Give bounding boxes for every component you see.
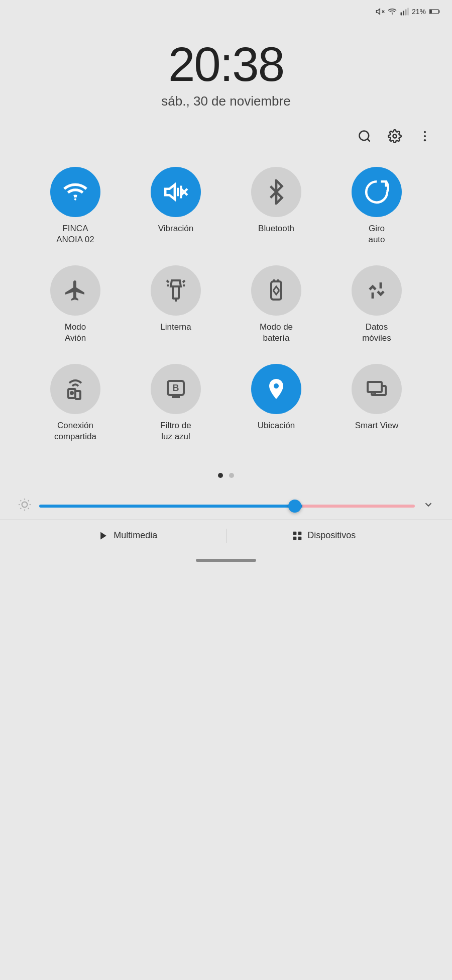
page-dot-1[interactable] — [218, 473, 223, 478]
clock-date: sáb., 30 de noviembre — [0, 93, 452, 109]
tile-autorotate-label: Giroauto — [368, 223, 385, 245]
svg-rect-7 — [407, 8, 409, 16]
tile-location-label: Ubicación — [258, 420, 295, 431]
more-options-button[interactable] — [418, 129, 432, 147]
status-icons: 21% — [376, 7, 440, 16]
tile-hotspot-label: Conexióncompartida — [54, 420, 96, 442]
tile-location[interactable]: Ubicación — [241, 364, 311, 431]
tile-flashlight[interactable]: Linterna — [141, 265, 211, 333]
tile-mobile-data[interactable]: Datosmóviles — [342, 265, 412, 344]
svg-point-13 — [393, 135, 397, 138]
svg-rect-4 — [400, 13, 402, 16]
tile-airplane-label: ModoAvión — [65, 322, 86, 344]
tile-bluelight[interactable]: B Filtro deluz azul — [141, 364, 211, 442]
nav-pill — [196, 559, 256, 562]
svg-line-49 — [21, 508, 22, 509]
battery-icon — [429, 8, 440, 15]
svg-rect-54 — [293, 536, 297, 540]
multimedia-button[interactable]: Multimedia — [30, 530, 226, 541]
svg-point-16 — [424, 139, 426, 141]
settings-button[interactable] — [388, 129, 402, 147]
svg-point-11 — [360, 131, 369, 141]
svg-point-35 — [71, 392, 73, 394]
tiles-row-3: Conexióncompartida B Filtro deluz azul — [25, 364, 427, 442]
brightness-icon — [18, 498, 31, 514]
svg-line-46 — [28, 508, 29, 509]
svg-rect-23 — [173, 286, 179, 299]
svg-rect-9 — [430, 10, 432, 14]
tile-battery-mode[interactable]: Modo debatería — [241, 265, 311, 344]
tile-battery-mode-circle — [251, 265, 301, 316]
tile-vibration-circle — [151, 167, 201, 217]
tiles-row-2: ModoAvión Linterna — [25, 265, 427, 344]
wifi-status-icon — [388, 7, 397, 16]
tile-flashlight-circle — [151, 265, 201, 316]
tile-smartview-circle — [352, 364, 402, 414]
tile-wifi-label: FINCAANOIA 02 — [56, 223, 94, 245]
svg-point-41 — [374, 394, 375, 395]
brightness-row — [0, 493, 452, 519]
tile-smartview-label: Smart View — [355, 420, 399, 431]
tile-hotspot[interactable]: Conexióncompartida — [40, 364, 110, 442]
tiles-row-1: FINCAANOIA 02 Vibración Bl — [25, 167, 427, 245]
svg-line-25 — [167, 280, 169, 282]
clock-section: 20:38 sáb., 30 de noviembre — [0, 20, 452, 119]
svg-rect-52 — [293, 531, 297, 535]
svg-point-17 — [74, 199, 76, 201]
mute-icon — [376, 7, 385, 16]
tile-mobile-data-circle — [352, 265, 402, 316]
page-dots — [0, 473, 452, 478]
multimedia-label: Multimedia — [114, 530, 157, 541]
tile-autorotate-circle — [352, 167, 402, 217]
svg-rect-53 — [298, 531, 302, 535]
svg-line-26 — [183, 280, 185, 282]
svg-point-42 — [22, 502, 28, 507]
tile-airplane-circle — [50, 265, 100, 316]
tile-bluetooth-circle — [251, 167, 301, 217]
signal-icon — [400, 7, 409, 16]
search-button[interactable] — [358, 129, 372, 147]
tile-mobile-data-label: Datosmóviles — [362, 322, 391, 344]
tile-flashlight-label: Linterna — [160, 322, 191, 333]
bottom-bar: Multimedia Dispositivos — [0, 519, 452, 552]
toolbar — [0, 119, 452, 152]
tile-bluelight-circle: B — [151, 364, 201, 414]
quick-tiles-section: FINCAANOIA 02 Vibración Bl — [0, 152, 452, 468]
svg-line-45 — [21, 500, 22, 501]
tile-location-circle — [251, 364, 301, 414]
svg-rect-6 — [405, 10, 406, 16]
tile-vibration[interactable]: Vibración — [141, 167, 211, 234]
svg-rect-5 — [403, 11, 404, 16]
svg-point-15 — [424, 135, 426, 137]
status-bar: 21% — [0, 0, 452, 20]
tile-airplane[interactable]: ModoAvión — [40, 265, 110, 344]
tile-wifi[interactable]: FINCAANOIA 02 — [40, 167, 110, 245]
svg-rect-40 — [368, 382, 382, 392]
svg-rect-29 — [271, 281, 281, 300]
tile-bluetooth[interactable]: Bluetooth — [241, 167, 311, 234]
brightness-expand-button[interactable] — [423, 499, 434, 513]
brightness-track[interactable] — [39, 505, 415, 508]
svg-marker-18 — [165, 184, 175, 199]
tile-smartview[interactable]: Smart View — [342, 364, 412, 431]
tile-wifi-circle — [50, 167, 100, 217]
svg-point-14 — [424, 131, 426, 133]
page-dot-2[interactable] — [229, 473, 234, 478]
svg-rect-55 — [298, 536, 302, 540]
tile-bluetooth-label: Bluetooth — [258, 223, 294, 234]
tile-hotspot-circle — [50, 364, 100, 414]
svg-line-12 — [367, 139, 370, 141]
battery-percent: 21% — [412, 8, 426, 16]
devices-label: Dispositivos — [307, 530, 356, 541]
nav-bar — [0, 552, 452, 567]
tile-autorotate[interactable]: Giroauto — [342, 167, 412, 245]
tile-bluelight-label: Filtro deluz azul — [160, 420, 191, 442]
tile-battery-mode-label: Modo debatería — [260, 322, 293, 344]
brightness-thumb[interactable] — [288, 500, 301, 513]
svg-marker-0 — [376, 9, 380, 15]
svg-line-50 — [28, 500, 29, 501]
devices-button[interactable]: Dispositivos — [227, 530, 422, 541]
tile-vibration-label: Vibración — [158, 223, 194, 234]
svg-marker-51 — [100, 532, 106, 539]
svg-text:B: B — [173, 383, 179, 393]
